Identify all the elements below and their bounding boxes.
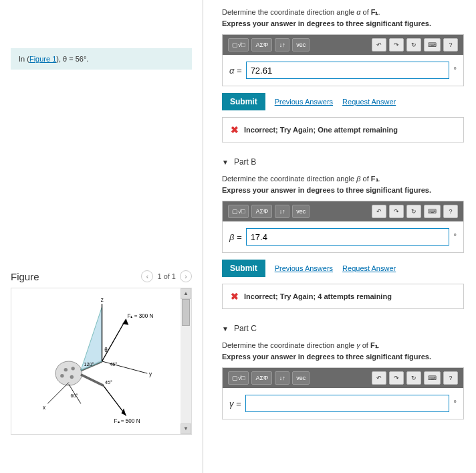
subscript-button[interactable]: ↓↑: [275, 38, 289, 52]
part-b-submit-button[interactable]: Submit: [222, 260, 265, 277]
incorrect-icon: ✖: [231, 291, 239, 302]
scroll-down-button[interactable]: ▼: [181, 423, 191, 434]
part-c-unit: °: [453, 399, 457, 408]
greek-button[interactable]: ΑΣΦ: [251, 205, 272, 218]
vector-button[interactable]: vec: [292, 371, 310, 385]
part-c-input[interactable]: [245, 395, 449, 412]
undo-button[interactable]: ↶: [372, 205, 386, 218]
template-button[interactable]: ▢√□: [228, 38, 249, 52]
caret-down-icon: ▼: [222, 325, 229, 333]
info-suffix: ), θ = 56°.: [56, 55, 88, 63]
scroll-up-button[interactable]: ▲: [181, 288, 191, 299]
keyboard-button[interactable]: ⌨: [424, 38, 441, 52]
svg-point-1: [64, 368, 68, 371]
f1-label: F₁ = 300 N: [127, 313, 153, 319]
undo-button[interactable]: ↶: [372, 371, 386, 385]
greek-button[interactable]: ΑΣΦ: [251, 38, 272, 52]
part-a-unit: °: [453, 66, 457, 75]
part-a-toolbar: ▢√□ ΑΣΦ ↓↑ vec ↶ ↷ ↻ ⌨ ?: [223, 35, 463, 55]
part-a-label: α =: [229, 66, 242, 76]
reset-button[interactable]: ↻: [406, 371, 421, 385]
svg-point-4: [70, 375, 74, 379]
part-c-label: γ =: [229, 399, 241, 409]
left-panel: In (Figure 1), θ = 56°. Figure ‹ 1 of 1 …: [0, 0, 203, 473]
part-c-question: Determine the coordinate direction angle…: [222, 341, 464, 350]
angle-45a: 45°: [110, 361, 117, 367]
angle-60: 60°: [71, 393, 78, 399]
figure-canvas: z y x F₁ = 300 N F₂ = 500 N θ 120° 45° 4…: [11, 288, 181, 434]
part-a-input[interactable]: [246, 62, 450, 79]
svg-line-10: [47, 383, 69, 404]
figure-link[interactable]: Figure 1: [29, 55, 56, 63]
figure-scrollbar[interactable]: ▲ ▼: [181, 288, 191, 434]
redo-button[interactable]: ↷: [389, 205, 404, 218]
part-b-feedback: ✖ Incorrect; Try Again; 4 attempts remai…: [222, 284, 464, 309]
reset-button[interactable]: ↻: [406, 205, 421, 218]
scroll-thumb[interactable]: [182, 299, 190, 326]
subscript-button[interactable]: ↓↑: [275, 371, 289, 385]
axis-y-label: y: [149, 371, 152, 377]
part-a-question: Determine the coordinate direction angle…: [222, 8, 464, 17]
part-c-toolbar: ▢√□ ΑΣΦ ↓↑ vec ↶ ↷ ↻ ⌨ ?: [223, 368, 463, 388]
figure-viewport: z y x F₁ = 300 N F₂ = 500 N θ 120° 45° 4…: [11, 288, 192, 435]
part-a-request-answer-link[interactable]: Request Answer: [342, 98, 396, 106]
part-b-header[interactable]: ▼ Part B: [222, 157, 464, 167]
vector-button[interactable]: vec: [292, 38, 310, 52]
help-button[interactable]: ?: [443, 38, 458, 52]
part-c-answer-box: ▢√□ ΑΣΦ ↓↑ vec ↶ ↷ ↻ ⌨ ? γ = °: [222, 367, 464, 419]
right-panel: Determine the coordinate direction angle…: [203, 0, 476, 473]
redo-button[interactable]: ↷: [389, 38, 404, 52]
page-text: 1 of 1: [157, 272, 176, 280]
part-a-previous-answers-link[interactable]: Previous Answers: [275, 98, 333, 106]
part-c-instruction: Express your answer in degrees to three …: [222, 353, 464, 361]
figure-pager: ‹ 1 of 1 ›: [141, 270, 192, 282]
part-b-question: Determine the coordinate direction angle…: [222, 175, 464, 183]
svg-marker-14: [121, 408, 126, 415]
f2-label: F₂ = 500 N: [114, 418, 140, 424]
greek-button[interactable]: ΑΣΦ: [251, 371, 272, 385]
svg-line-9: [102, 361, 148, 373]
angle-120: 120°: [84, 361, 94, 367]
axis-z-label: z: [101, 297, 104, 303]
svg-point-3: [60, 374, 64, 377]
part-b-input[interactable]: [246, 228, 450, 246]
help-button[interactable]: ?: [443, 371, 458, 385]
theta-label: θ: [104, 347, 108, 353]
part-a-submit-button[interactable]: Submit: [222, 93, 265, 110]
svg-line-11: [102, 319, 126, 361]
prev-figure-button[interactable]: ‹: [141, 270, 153, 282]
vector-button[interactable]: vec: [292, 205, 310, 218]
part-a-feedback: ✖ Incorrect; Try Again; One attempt rema…: [222, 117, 464, 143]
redo-button[interactable]: ↷: [389, 371, 404, 385]
info-box: In (Figure 1), θ = 56°.: [11, 48, 192, 70]
part-b-previous-answers-link[interactable]: Previous Answers: [275, 264, 333, 272]
part-b-toolbar: ▢√□ ΑΣΦ ↓↑ vec ↶ ↷ ↻ ⌨ ?: [223, 201, 463, 221]
part-c-header[interactable]: ▼ Part C: [222, 324, 464, 333]
subscript-button[interactable]: ↓↑: [275, 205, 289, 218]
part-b-unit: °: [453, 232, 457, 242]
svg-marker-7: [81, 307, 102, 371]
svg-line-6: [81, 375, 103, 385]
part-b-instruction: Express your answer in degrees to three …: [222, 186, 464, 194]
keyboard-button[interactable]: ⌨: [424, 205, 441, 218]
template-button[interactable]: ▢√□: [228, 205, 249, 218]
figure-title: Figure: [11, 271, 39, 282]
angle-45b: 45°: [105, 379, 112, 385]
axis-x-label: x: [43, 405, 45, 411]
part-a-answer-box: ▢√□ ΑΣΦ ↓↑ vec ↶ ↷ ↻ ⌨ ? α = °: [222, 34, 464, 86]
part-b-label: β =: [229, 232, 242, 242]
template-button[interactable]: ▢√□: [228, 371, 249, 385]
reset-button[interactable]: ↻: [406, 38, 421, 52]
next-figure-button[interactable]: ›: [180, 270, 192, 282]
part-a-instruction: Express your answer in degrees to three …: [222, 19, 464, 27]
svg-point-2: [71, 367, 74, 370]
scroll-track[interactable]: [181, 299, 191, 423]
part-b-answer-box: ▢√□ ΑΣΦ ↓↑ vec ↶ ↷ ↻ ⌨ ? β = °: [222, 201, 464, 253]
keyboard-button[interactable]: ⌨: [424, 371, 441, 385]
part-b-request-answer-link[interactable]: Request Answer: [342, 264, 396, 272]
info-prefix: In (: [19, 55, 29, 63]
incorrect-icon: ✖: [231, 124, 239, 135]
undo-button[interactable]: ↶: [372, 38, 386, 52]
caret-down-icon: ▼: [222, 159, 229, 166]
help-button[interactable]: ?: [443, 205, 458, 218]
